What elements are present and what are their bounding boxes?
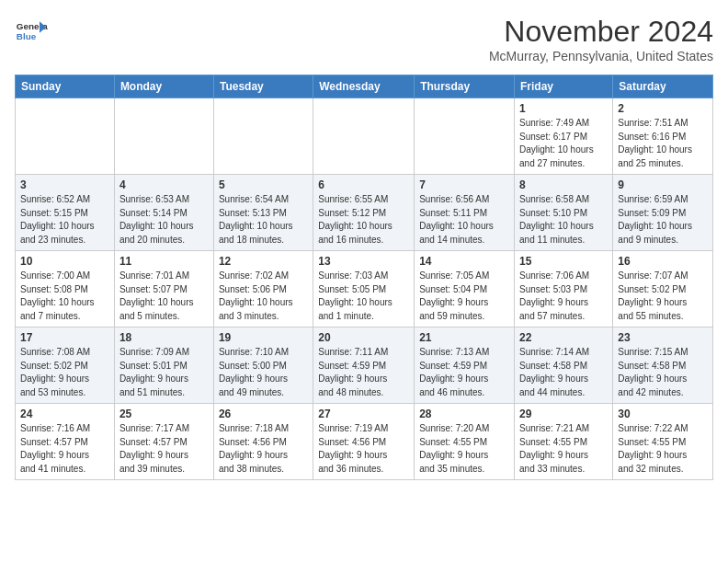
day-number: 2 xyxy=(618,102,708,115)
day-info: Sunrise: 7:20 AM Sunset: 4:55 PM Dayligh… xyxy=(419,422,509,476)
weekday-header: Sunday xyxy=(16,75,115,98)
day-info: Sunrise: 7:22 AM Sunset: 4:55 PM Dayligh… xyxy=(618,422,708,476)
day-info: Sunrise: 7:09 AM Sunset: 5:01 PM Dayligh… xyxy=(119,346,209,399)
day-info: Sunrise: 7:51 AM Sunset: 6:16 PM Dayligh… xyxy=(618,117,708,170)
day-info: Sunrise: 6:59 AM Sunset: 5:09 PM Dayligh… xyxy=(618,193,708,247)
calendar-cell: 29Sunrise: 7:21 AM Sunset: 4:55 PM Dayli… xyxy=(515,404,613,480)
day-number: 9 xyxy=(618,178,708,191)
calendar-cell: 28Sunrise: 7:20 AM Sunset: 4:55 PM Dayli… xyxy=(415,404,515,480)
day-info: Sunrise: 7:14 AM Sunset: 4:58 PM Dayligh… xyxy=(519,346,608,399)
day-number: 14 xyxy=(419,255,509,268)
day-info: Sunrise: 6:58 AM Sunset: 5:10 PM Dayligh… xyxy=(519,193,608,247)
day-info: Sunrise: 7:13 AM Sunset: 4:59 PM Dayligh… xyxy=(419,346,509,399)
day-info: Sunrise: 7:06 AM Sunset: 5:03 PM Dayligh… xyxy=(519,270,608,323)
svg-text:Blue: Blue xyxy=(17,31,37,41)
day-info: Sunrise: 7:00 AM Sunset: 5:08 PM Dayligh… xyxy=(20,270,109,323)
day-info: Sunrise: 7:17 AM Sunset: 4:57 PM Dayligh… xyxy=(119,422,209,476)
calendar-week-row: 17Sunrise: 7:08 AM Sunset: 5:02 PM Dayli… xyxy=(16,327,713,404)
day-info: Sunrise: 6:54 AM Sunset: 5:13 PM Dayligh… xyxy=(219,193,308,247)
calendar-cell: 1Sunrise: 7:49 AM Sunset: 6:17 PM Daylig… xyxy=(515,98,613,175)
day-number: 20 xyxy=(318,331,409,344)
day-number: 1 xyxy=(519,102,608,115)
calendar-cell: 12Sunrise: 7:02 AM Sunset: 5:06 PM Dayli… xyxy=(213,251,313,327)
calendar-cell xyxy=(114,98,213,175)
day-info: Sunrise: 7:21 AM Sunset: 4:55 PM Dayligh… xyxy=(519,422,608,476)
calendar-cell xyxy=(16,98,115,175)
day-info: Sunrise: 6:52 AM Sunset: 5:15 PM Dayligh… xyxy=(20,193,109,247)
calendar-cell: 4Sunrise: 6:53 AM Sunset: 5:14 PM Daylig… xyxy=(114,175,213,251)
day-number: 27 xyxy=(318,408,409,420)
day-number: 7 xyxy=(419,178,509,191)
day-number: 10 xyxy=(20,255,109,268)
day-info: Sunrise: 7:49 AM Sunset: 6:17 PM Dayligh… xyxy=(519,117,608,170)
calendar-cell xyxy=(313,98,415,175)
calendar-cell: 18Sunrise: 7:09 AM Sunset: 5:01 PM Dayli… xyxy=(114,327,213,404)
calendar-cell: 10Sunrise: 7:00 AM Sunset: 5:08 PM Dayli… xyxy=(16,251,115,327)
day-number: 19 xyxy=(219,331,308,344)
month-title: November 2024 xyxy=(489,15,713,49)
day-info: Sunrise: 7:18 AM Sunset: 4:56 PM Dayligh… xyxy=(219,422,308,476)
calendar-cell: 7Sunrise: 6:56 AM Sunset: 5:11 PM Daylig… xyxy=(415,175,515,251)
weekday-header: Wednesday xyxy=(313,75,415,98)
calendar-cell: 15Sunrise: 7:06 AM Sunset: 5:03 PM Dayli… xyxy=(515,251,613,327)
day-info: Sunrise: 6:56 AM Sunset: 5:11 PM Dayligh… xyxy=(419,193,509,247)
logo-icon: General Blue xyxy=(15,15,48,48)
day-number: 5 xyxy=(219,178,308,191)
calendar-cell: 22Sunrise: 7:14 AM Sunset: 4:58 PM Dayli… xyxy=(515,327,613,404)
day-info: Sunrise: 7:15 AM Sunset: 4:58 PM Dayligh… xyxy=(618,346,708,399)
calendar-cell: 26Sunrise: 7:18 AM Sunset: 4:56 PM Dayli… xyxy=(213,404,313,480)
calendar-cell xyxy=(213,98,313,175)
title-block: November 2024 McMurray, Pennsylvania, Un… xyxy=(489,15,713,63)
day-number: 24 xyxy=(20,408,109,420)
calendar-cell: 21Sunrise: 7:13 AM Sunset: 4:59 PM Dayli… xyxy=(415,327,515,404)
day-number: 26 xyxy=(219,408,308,420)
calendar-cell xyxy=(415,98,515,175)
day-number: 21 xyxy=(419,331,509,344)
weekday-header: Friday xyxy=(515,75,613,98)
calendar-cell: 5Sunrise: 6:54 AM Sunset: 5:13 PM Daylig… xyxy=(213,175,313,251)
weekday-header: Monday xyxy=(114,75,213,98)
day-number: 22 xyxy=(519,331,608,344)
weekday-header: Saturday xyxy=(613,75,713,98)
day-number: 17 xyxy=(20,331,109,344)
day-number: 13 xyxy=(318,255,409,268)
calendar-cell: 3Sunrise: 6:52 AM Sunset: 5:15 PM Daylig… xyxy=(16,175,115,251)
day-info: Sunrise: 7:05 AM Sunset: 5:04 PM Dayligh… xyxy=(419,270,509,323)
calendar-week-row: 1Sunrise: 7:49 AM Sunset: 6:17 PM Daylig… xyxy=(16,98,713,175)
logo: General Blue xyxy=(15,15,48,48)
calendar-cell: 11Sunrise: 7:01 AM Sunset: 5:07 PM Dayli… xyxy=(114,251,213,327)
calendar-cell: 20Sunrise: 7:11 AM Sunset: 4:59 PM Dayli… xyxy=(313,327,415,404)
day-info: Sunrise: 7:11 AM Sunset: 4:59 PM Dayligh… xyxy=(318,346,409,399)
calendar-header-row: SundayMondayTuesdayWednesdayThursdayFrid… xyxy=(16,75,713,98)
day-number: 23 xyxy=(618,331,708,344)
day-number: 8 xyxy=(519,178,608,191)
day-info: Sunrise: 7:08 AM Sunset: 5:02 PM Dayligh… xyxy=(20,346,109,399)
day-info: Sunrise: 7:07 AM Sunset: 5:02 PM Dayligh… xyxy=(618,270,708,323)
day-number: 6 xyxy=(318,178,409,191)
day-number: 28 xyxy=(419,408,509,420)
calendar-cell: 30Sunrise: 7:22 AM Sunset: 4:55 PM Dayli… xyxy=(613,404,713,480)
day-info: Sunrise: 7:19 AM Sunset: 4:56 PM Dayligh… xyxy=(318,422,409,476)
day-info: Sunrise: 7:01 AM Sunset: 5:07 PM Dayligh… xyxy=(119,270,209,323)
calendar-cell: 13Sunrise: 7:03 AM Sunset: 5:05 PM Dayli… xyxy=(313,251,415,327)
location: McMurray, Pennsylvania, United States xyxy=(489,49,713,63)
day-number: 12 xyxy=(219,255,308,268)
page-header: General Blue November 2024 McMurray, Pen… xyxy=(15,15,713,63)
day-info: Sunrise: 7:10 AM Sunset: 5:00 PM Dayligh… xyxy=(219,346,308,399)
day-info: Sunrise: 7:16 AM Sunset: 4:57 PM Dayligh… xyxy=(20,422,109,476)
calendar-table: SundayMondayTuesdayWednesdayThursdayFrid… xyxy=(15,75,713,480)
calendar-week-row: 24Sunrise: 7:16 AM Sunset: 4:57 PM Dayli… xyxy=(16,404,713,480)
calendar-cell: 25Sunrise: 7:17 AM Sunset: 4:57 PM Dayli… xyxy=(114,404,213,480)
weekday-header: Tuesday xyxy=(213,75,313,98)
calendar-cell: 8Sunrise: 6:58 AM Sunset: 5:10 PM Daylig… xyxy=(515,175,613,251)
day-number: 30 xyxy=(618,408,708,420)
day-number: 4 xyxy=(119,178,209,191)
weekday-header: Thursday xyxy=(415,75,515,98)
calendar-cell: 24Sunrise: 7:16 AM Sunset: 4:57 PM Dayli… xyxy=(16,404,115,480)
day-number: 11 xyxy=(119,255,209,268)
day-number: 16 xyxy=(618,255,708,268)
calendar-cell: 6Sunrise: 6:55 AM Sunset: 5:12 PM Daylig… xyxy=(313,175,415,251)
day-number: 18 xyxy=(119,331,209,344)
day-info: Sunrise: 7:03 AM Sunset: 5:05 PM Dayligh… xyxy=(318,270,409,323)
calendar-cell: 2Sunrise: 7:51 AM Sunset: 6:16 PM Daylig… xyxy=(613,98,713,175)
